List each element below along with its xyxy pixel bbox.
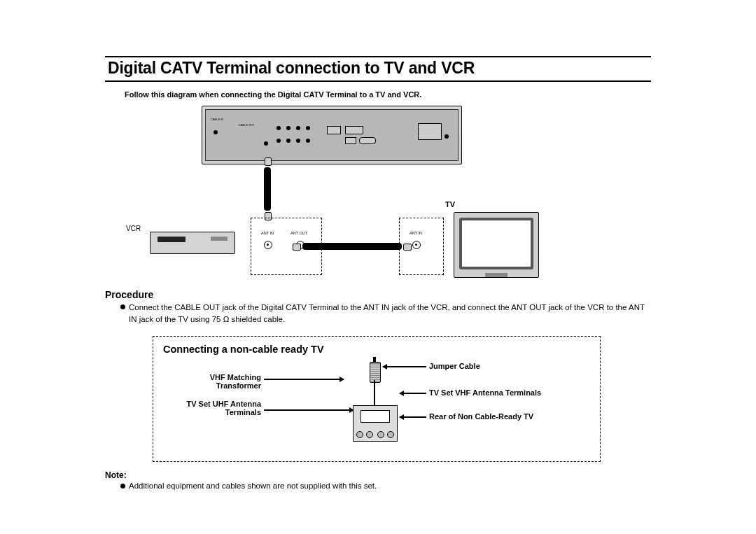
transformer-icon [370,362,381,383]
bullet-icon [120,304,125,309]
tv-ant-in-label: ANT IN [410,231,422,235]
non-cable-ready-panel: Connecting a non-cable ready TV VHF Matc… [153,336,601,462]
terminal-block-icon [353,405,398,442]
note-bullet: Additional equipment and cables shown ar… [120,480,651,492]
wire-icon [374,380,375,405]
vhf-matching-label: VHF Matching Transformer [198,373,261,390]
note-text: Additional equipment and cables shown ar… [129,482,377,490]
procedure-text: Connect the CABLE OUT jack of the Digita… [129,303,645,323]
ant-in-connector [264,241,272,249]
bullet-icon [120,484,125,489]
connection-diagram: CABLE IN CABLE OUT TV [125,106,651,288]
matching-transformer-diagram [353,362,430,453]
procedure-heading: Procedure [105,289,651,300]
ant-in-label: ANT IN [261,231,274,235]
tv-device [454,212,539,278]
coax-cable-vertical [262,164,272,213]
vhf-terminals-label: TV Set VHF Antenna Terminals [429,388,541,397]
arrow-uhf [264,409,354,411]
catv-terminal-device: CABLE IN CABLE OUT [202,106,462,164]
vcr-device [150,232,235,254]
coax-cable-horizontal [300,241,405,251]
procedure-bullet: Connect the CABLE OUT jack of the Digita… [120,302,651,325]
panel-heading: Connecting a non-cable ready TV [163,344,590,355]
arrow-vhf-match [264,379,344,380]
page-title: Digital CATV Terminal connection to TV a… [108,59,651,78]
jumper-cable-label: Jumper Cable [429,362,480,370]
uhf-terminals-label: TV Set UHF Antenna Terminals [162,400,261,416]
tv-ant-in-connector [412,241,421,249]
intro-text: Follow this diagram when connecting the … [125,90,651,99]
note-heading: Note: [105,470,651,480]
tv-terminals-box: ANT IN [399,218,444,275]
page-title-band: Digital CATV Terminal connection to TV a… [105,56,651,82]
tv-label: TV [445,200,455,209]
rear-tv-label: Rear of Non Cable-Ready TV [429,412,533,421]
vcr-label: VCR [126,225,141,232]
ant-out-label: ANT OUT [290,231,307,235]
